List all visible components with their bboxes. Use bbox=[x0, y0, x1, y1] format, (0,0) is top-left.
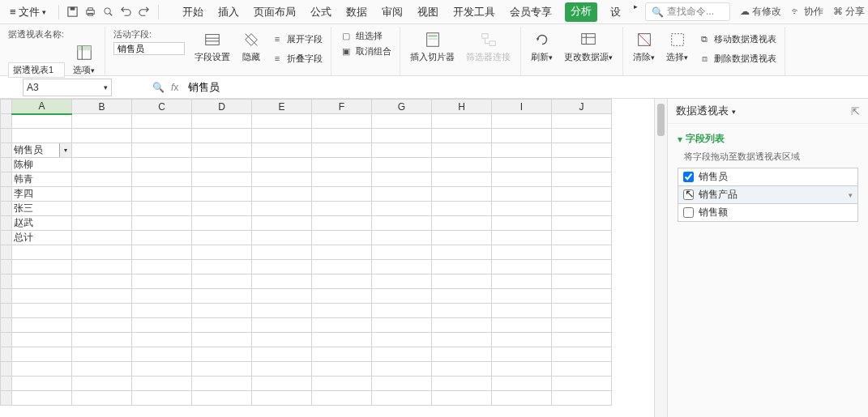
cell[interactable]: 赵武 bbox=[12, 216, 72, 231]
redo-icon[interactable] bbox=[136, 4, 152, 20]
field-item[interactable]: 销售产品▾↖ bbox=[678, 186, 858, 204]
row-head[interactable] bbox=[1, 362, 12, 377]
field-settings-button[interactable]: 字段设置 bbox=[193, 28, 232, 65]
cell[interactable] bbox=[432, 143, 492, 158]
row-head[interactable] bbox=[1, 274, 12, 289]
cell[interactable] bbox=[432, 172, 492, 187]
cell[interactable] bbox=[72, 333, 132, 347]
cell[interactable] bbox=[132, 289, 192, 304]
save-icon[interactable] bbox=[65, 4, 81, 20]
cell[interactable] bbox=[72, 143, 132, 158]
cell[interactable] bbox=[312, 231, 372, 245]
name-box[interactable]: A3 ▾ bbox=[23, 79, 112, 96]
file-menu-button[interactable]: ≡ 文件 ▾ bbox=[3, 2, 53, 22]
cell[interactable] bbox=[192, 260, 252, 274]
cell[interactable] bbox=[312, 158, 372, 172]
cell[interactable] bbox=[372, 260, 432, 274]
cell[interactable] bbox=[312, 377, 372, 391]
cell[interactable] bbox=[192, 231, 252, 245]
cell[interactable] bbox=[552, 304, 612, 318]
cell[interactable] bbox=[372, 172, 432, 187]
cell[interactable] bbox=[492, 172, 552, 187]
cell[interactable] bbox=[132, 187, 192, 202]
cell[interactable] bbox=[132, 202, 192, 216]
cell[interactable] bbox=[372, 187, 432, 202]
cell[interactable] bbox=[552, 114, 612, 129]
cell[interactable] bbox=[552, 391, 612, 406]
cloud-modified-button[interactable]: ☁ 有修改 bbox=[740, 5, 781, 19]
vertical-scrollbar[interactable] bbox=[654, 99, 667, 417]
cell[interactable] bbox=[552, 158, 612, 172]
cell[interactable] bbox=[72, 172, 132, 187]
cell[interactable] bbox=[192, 304, 252, 318]
cell[interactable] bbox=[372, 318, 432, 333]
tab-design-partial[interactable]: 设 bbox=[609, 2, 622, 22]
cell[interactable] bbox=[252, 114, 312, 129]
cell[interactable] bbox=[12, 114, 72, 129]
cell[interactable] bbox=[252, 391, 312, 406]
cell[interactable] bbox=[72, 158, 132, 172]
cell[interactable] bbox=[492, 114, 552, 129]
cell[interactable] bbox=[132, 231, 192, 245]
cell[interactable] bbox=[252, 347, 312, 362]
cell[interactable] bbox=[492, 318, 552, 333]
cell[interactable]: 销售员▾ bbox=[12, 143, 72, 158]
cell[interactable] bbox=[312, 202, 372, 216]
cell[interactable] bbox=[252, 216, 312, 231]
cell[interactable] bbox=[192, 333, 252, 347]
pin-icon[interactable]: ⇱ bbox=[851, 105, 860, 117]
tab-home[interactable]: 开始 bbox=[181, 2, 205, 22]
cell[interactable] bbox=[132, 377, 192, 391]
cell[interactable] bbox=[72, 318, 132, 333]
cell[interactable] bbox=[132, 114, 192, 129]
cell[interactable] bbox=[12, 129, 72, 143]
cell[interactable] bbox=[492, 377, 552, 391]
row-head[interactable] bbox=[1, 202, 12, 216]
field-menu-icon[interactable]: ▾ bbox=[849, 191, 853, 199]
cell[interactable]: 李四 bbox=[12, 187, 72, 202]
col-head-A[interactable]: A bbox=[12, 100, 72, 114]
cell[interactable] bbox=[432, 304, 492, 318]
cell[interactable] bbox=[372, 231, 432, 245]
cell[interactable] bbox=[492, 260, 552, 274]
cell[interactable] bbox=[552, 318, 612, 333]
cell[interactable] bbox=[132, 129, 192, 143]
cell[interactable] bbox=[432, 202, 492, 216]
cell[interactable] bbox=[72, 231, 132, 245]
tab-formulas[interactable]: 公式 bbox=[309, 2, 333, 22]
share-button[interactable]: ⌘ 分享 bbox=[833, 5, 865, 19]
cell[interactable] bbox=[192, 377, 252, 391]
cell[interactable] bbox=[252, 143, 312, 158]
cell[interactable] bbox=[132, 216, 192, 231]
cell[interactable] bbox=[12, 333, 72, 347]
cell[interactable] bbox=[372, 377, 432, 391]
refresh-button[interactable]: 刷新▾ bbox=[529, 28, 554, 65]
formula-input[interactable] bbox=[185, 79, 509, 95]
cell[interactable] bbox=[132, 391, 192, 406]
cell[interactable] bbox=[312, 143, 372, 158]
cell[interactable]: 韩青 bbox=[12, 172, 72, 187]
cell[interactable] bbox=[492, 333, 552, 347]
clear-button[interactable]: 清除▾ bbox=[631, 28, 656, 65]
cell[interactable] bbox=[12, 318, 72, 333]
cell[interactable] bbox=[492, 362, 552, 377]
group-select-button[interactable]: ▢组选择 bbox=[340, 28, 391, 43]
cell[interactable] bbox=[132, 172, 192, 187]
cell[interactable] bbox=[372, 216, 432, 231]
cell[interactable] bbox=[432, 274, 492, 289]
cell[interactable] bbox=[432, 318, 492, 333]
cell[interactable] bbox=[252, 231, 312, 245]
cell[interactable] bbox=[72, 216, 132, 231]
cell[interactable] bbox=[12, 347, 72, 362]
cell[interactable] bbox=[312, 187, 372, 202]
cell[interactable] bbox=[312, 245, 372, 260]
collab-button[interactable]: ᯤ 协作 bbox=[791, 5, 823, 19]
row-head[interactable] bbox=[1, 231, 12, 245]
cell[interactable] bbox=[432, 260, 492, 274]
row-head[interactable] bbox=[1, 114, 12, 129]
cell[interactable] bbox=[372, 158, 432, 172]
cell[interactable] bbox=[192, 172, 252, 187]
print-icon[interactable] bbox=[83, 4, 99, 20]
cell[interactable] bbox=[492, 216, 552, 231]
cell[interactable] bbox=[192, 362, 252, 377]
